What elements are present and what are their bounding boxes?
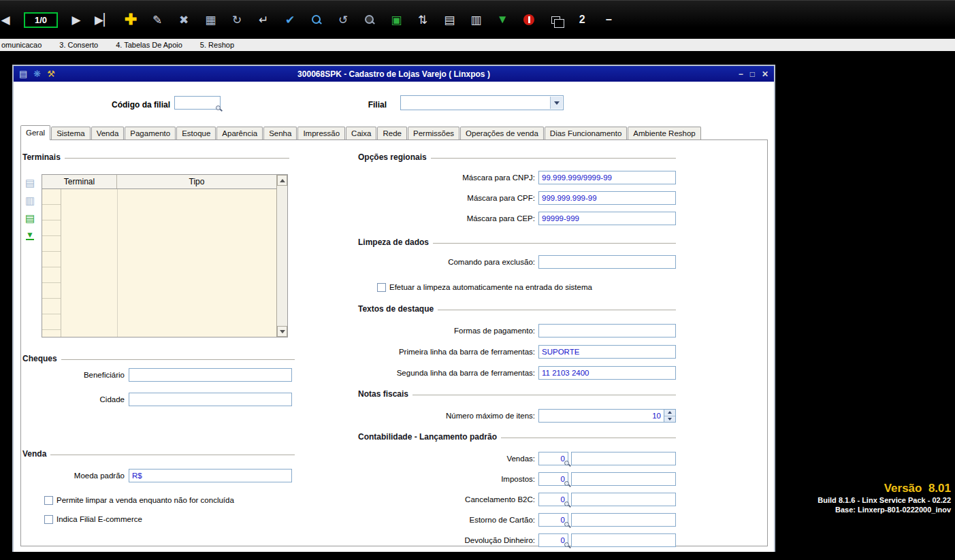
mascara-cnpj-input[interactable] xyxy=(538,171,676,184)
add-button[interactable]: ✚ xyxy=(123,10,139,30)
menu-item-comunicacao[interactable]: omunicacao xyxy=(1,41,42,49)
tab-geral[interactable]: Geral xyxy=(20,125,50,140)
last-record-button[interactable]: ▶▏ xyxy=(95,10,112,30)
tab-aparencia[interactable]: Aparência xyxy=(216,127,263,139)
menu-item-tabelas[interactable]: 4. Tabelas De Apoio xyxy=(116,41,182,49)
heading-rule xyxy=(412,395,676,395)
checkbox-label: Permite limpar a venda enquanto não for … xyxy=(56,496,234,504)
sort-button[interactable]: ⇅ xyxy=(415,10,431,30)
checkbox-permite-limpar[interactable]: Permite limpar a venda enquanto não for … xyxy=(44,495,234,506)
menu-item-conserto[interactable]: 3. Conserto xyxy=(59,41,98,49)
codigo-lookup-icon[interactable] xyxy=(216,105,223,112)
impostos-lookup-icon[interactable] xyxy=(564,481,571,488)
tab-permissoes[interactable]: Permissões xyxy=(408,127,459,139)
search-button[interactable] xyxy=(308,10,325,30)
estorno-cartao-desc-input[interactable] xyxy=(571,513,676,527)
impostos-desc-input[interactable] xyxy=(571,472,676,486)
column-header-tipo[interactable]: Tipo xyxy=(117,175,276,188)
menu-item-reshop[interactable]: 5. Reshop xyxy=(200,41,234,49)
scrollbar-down-button[interactable] xyxy=(277,326,287,337)
moeda-padrao-input[interactable] xyxy=(129,469,292,482)
heading-rule xyxy=(433,243,676,244)
tab-dias-funcionamento[interactable]: Dias Funcionamento xyxy=(545,127,627,139)
tab-impressao[interactable]: Impressão xyxy=(297,127,345,139)
mascara-cep-input[interactable] xyxy=(538,212,676,225)
codigo-filial-input[interactable] xyxy=(174,96,221,110)
wrench-icon[interactable]: ⚒ xyxy=(47,69,55,78)
preview-button[interactable] xyxy=(361,10,378,30)
close-button[interactable]: ✕ xyxy=(762,70,768,78)
numero-maximo-spinner xyxy=(664,409,676,423)
filter-button[interactable]: ▼ xyxy=(494,10,511,30)
grid-doc-icon[interactable]: ▥ xyxy=(21,193,39,208)
beneficiario-input[interactable] xyxy=(129,368,292,382)
save-refresh-button[interactable]: ↻ xyxy=(229,10,245,30)
tab-senha[interactable]: Senha xyxy=(263,127,297,139)
doc-button[interactable]: ▥ xyxy=(468,10,484,30)
tab-pagamento[interactable]: Pagamento xyxy=(125,127,176,139)
formas-pagamento-input[interactable] xyxy=(538,324,676,337)
column-header-terminal[interactable]: Terminal xyxy=(42,175,117,188)
save-button[interactable]: ▦ xyxy=(202,10,218,30)
tab-estoque[interactable]: Estoque xyxy=(176,127,216,139)
cancelamento-b2c-lookup-icon[interactable] xyxy=(564,501,571,508)
tab-operacoes-de-venda[interactable]: Operações de venda xyxy=(460,127,544,139)
checkbox-limpeza-automatica[interactable]: Efetuar a limpeza automaticamente na ent… xyxy=(377,282,592,293)
checkbox-indica-ecommerce[interactable]: Indica Filial E-commerce xyxy=(44,514,142,525)
delete-button[interactable]: ✖ xyxy=(176,10,192,30)
grid-insert-icon[interactable]: ▤ xyxy=(21,176,39,191)
notas-heading-text: Notas fiscais xyxy=(358,389,408,399)
cheques-group-heading: Cheques xyxy=(22,353,295,364)
minimize-button[interactable]: − xyxy=(739,70,743,78)
prev-record-button[interactable]: ◀ xyxy=(0,10,14,30)
estorno-cartao-lookup-icon[interactable] xyxy=(564,522,571,529)
menu-bar: omunicacao 3. Conserto 4. Tabelas De Apo… xyxy=(0,39,955,51)
scrollbar-up-button[interactable] xyxy=(277,175,287,186)
print-button[interactable]: ▣ xyxy=(388,10,404,30)
grid-filter-icon[interactable]: ▼ xyxy=(21,229,39,244)
primeira-linha-input[interactable] xyxy=(538,345,676,359)
edit-button[interactable]: ✎ xyxy=(149,10,165,30)
numero-maximo-input[interactable] xyxy=(538,409,664,423)
maximize-button[interactable]: □ xyxy=(750,70,755,78)
tab-strip: Geral Sistema Venda Pagamento Estoque Ap… xyxy=(20,125,768,140)
export-icon[interactable]: ▤ xyxy=(19,69,27,78)
confirm-button[interactable]: ↵ xyxy=(255,10,272,30)
devolucao-dinheiro-lookup-icon[interactable] xyxy=(564,542,571,549)
vendas-desc-input[interactable] xyxy=(571,452,676,465)
spinner-down-button[interactable] xyxy=(664,416,675,423)
tab-sistema[interactable]: Sistema xyxy=(51,127,91,139)
vendas-lookup-icon[interactable] xyxy=(564,461,571,467)
spinner-up-button[interactable] xyxy=(664,410,675,416)
devolucao-dinheiro-desc-input[interactable] xyxy=(571,533,676,547)
new-doc-button[interactable]: ▤ xyxy=(441,10,457,30)
linx-logo-icon[interactable]: ❋ xyxy=(33,69,41,78)
arrow-up-icon xyxy=(668,411,672,414)
refresh-button[interactable]: ↺ xyxy=(335,10,351,30)
windows-button[interactable] xyxy=(547,10,564,30)
next-record-button[interactable]: ▶ xyxy=(68,10,84,30)
tab-rede[interactable]: Rede xyxy=(377,127,407,139)
cidade-input[interactable] xyxy=(129,393,292,406)
filial-dropdown-button[interactable] xyxy=(550,97,562,109)
contabilidade-heading-text: Contabilidade - Lançamento padrão xyxy=(358,432,497,442)
exit-button[interactable] xyxy=(521,10,537,30)
checkbox-icon xyxy=(377,283,386,292)
title-bar[interactable]: ▤ ❋ ⚒ 300068SPK - Cadastro de Lojas Vare… xyxy=(14,66,774,82)
grid-vertical-scrollbar[interactable] xyxy=(276,175,287,337)
tab-caixa[interactable]: Caixa xyxy=(346,127,376,139)
clean-button[interactable]: ✔ xyxy=(282,10,298,30)
cancelamento-b2c-desc-input[interactable] xyxy=(571,493,676,506)
segunda-linha-input[interactable] xyxy=(538,366,676,380)
comando-exclusao-input[interactable] xyxy=(538,255,676,269)
mascara-cpf-input[interactable] xyxy=(538,191,676,205)
grid-export-icon[interactable]: ▤ xyxy=(21,211,39,226)
magnifier-icon xyxy=(312,15,321,24)
limpeza-group-heading: Limpeza de dados xyxy=(358,237,676,248)
filial-combobox[interactable] xyxy=(400,95,564,110)
tab-ambiente-reshop[interactable]: Ambiente Reshop xyxy=(628,127,700,139)
tab-venda[interactable]: Venda xyxy=(91,127,125,139)
window-controls: − □ ✕ xyxy=(739,70,768,78)
collapse-toolbar-button[interactable]: − xyxy=(600,10,617,30)
heading-rule xyxy=(501,438,676,438)
